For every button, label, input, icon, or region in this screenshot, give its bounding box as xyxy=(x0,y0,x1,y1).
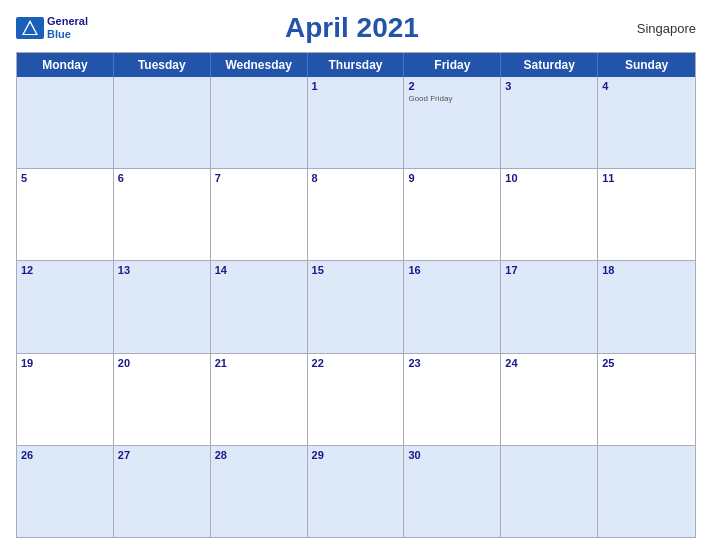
day-cell: 2Good Friday xyxy=(404,77,501,168)
day-cell: 7 xyxy=(211,169,308,260)
day-cell: 1 xyxy=(308,77,405,168)
day-cell: 28 xyxy=(211,446,308,537)
header-tuesday: Tuesday xyxy=(114,53,211,77)
calendar-page: General Blue April 2021 Singapore Monday… xyxy=(0,0,712,550)
day-number: 3 xyxy=(505,80,593,93)
day-cell xyxy=(211,77,308,168)
day-cell xyxy=(114,77,211,168)
day-number: 5 xyxy=(21,172,109,185)
day-cell: 26 xyxy=(17,446,114,537)
day-number: 2 xyxy=(408,80,496,93)
header-friday: Friday xyxy=(404,53,501,77)
day-number: 26 xyxy=(21,449,109,462)
day-number: 8 xyxy=(312,172,400,185)
holiday-label: Good Friday xyxy=(408,94,496,104)
day-cell xyxy=(501,446,598,537)
day-number: 15 xyxy=(312,264,400,277)
day-cell: 18 xyxy=(598,261,695,352)
day-cell: 21 xyxy=(211,354,308,445)
day-number: 23 xyxy=(408,357,496,370)
day-cell: 8 xyxy=(308,169,405,260)
header-sunday: Sunday xyxy=(598,53,695,77)
day-number: 16 xyxy=(408,264,496,277)
day-cell: 25 xyxy=(598,354,695,445)
day-cell: 4 xyxy=(598,77,695,168)
day-cell: 12 xyxy=(17,261,114,352)
day-number: 21 xyxy=(215,357,303,370)
day-cell: 22 xyxy=(308,354,405,445)
day-number: 12 xyxy=(21,264,109,277)
week-row-2: 567891011 xyxy=(17,168,695,260)
day-number: 9 xyxy=(408,172,496,185)
day-number: 25 xyxy=(602,357,691,370)
day-cell: 14 xyxy=(211,261,308,352)
day-cell: 10 xyxy=(501,169,598,260)
day-number: 24 xyxy=(505,357,593,370)
day-number: 29 xyxy=(312,449,400,462)
header-thursday: Thursday xyxy=(308,53,405,77)
day-cell: 15 xyxy=(308,261,405,352)
day-number: 19 xyxy=(21,357,109,370)
day-number: 13 xyxy=(118,264,206,277)
day-number: 6 xyxy=(118,172,206,185)
day-cell: 30 xyxy=(404,446,501,537)
week-row-3: 12131415161718 xyxy=(17,260,695,352)
day-number: 14 xyxy=(215,264,303,277)
day-cell: 3 xyxy=(501,77,598,168)
day-cell: 16 xyxy=(404,261,501,352)
day-number: 20 xyxy=(118,357,206,370)
day-cell: 17 xyxy=(501,261,598,352)
day-cell: 6 xyxy=(114,169,211,260)
day-number: 4 xyxy=(602,80,691,93)
logo-blue: Blue xyxy=(47,28,88,41)
day-number: 1 xyxy=(312,80,400,93)
day-number: 18 xyxy=(602,264,691,277)
day-cell: 13 xyxy=(114,261,211,352)
header: General Blue April 2021 Singapore xyxy=(16,12,696,44)
day-number: 28 xyxy=(215,449,303,462)
day-number: 27 xyxy=(118,449,206,462)
day-number: 17 xyxy=(505,264,593,277)
calendar-body: 12Good Friday345678910111213141516171819… xyxy=(17,77,695,537)
day-number: 22 xyxy=(312,357,400,370)
day-cell: 24 xyxy=(501,354,598,445)
logo: General Blue xyxy=(16,15,88,41)
day-cell: 5 xyxy=(17,169,114,260)
day-cell: 29 xyxy=(308,446,405,537)
day-cell xyxy=(17,77,114,168)
week-row-5: 2627282930 xyxy=(17,445,695,537)
country-label: Singapore xyxy=(616,21,696,36)
calendar: Monday Tuesday Wednesday Thursday Friday… xyxy=(16,52,696,538)
week-row-1: 12Good Friday34 xyxy=(17,77,695,168)
day-number: 11 xyxy=(602,172,691,185)
day-cell xyxy=(598,446,695,537)
day-headers: Monday Tuesday Wednesday Thursday Friday… xyxy=(17,53,695,77)
day-cell: 9 xyxy=(404,169,501,260)
day-number: 10 xyxy=(505,172,593,185)
day-cell: 27 xyxy=(114,446,211,537)
day-cell: 23 xyxy=(404,354,501,445)
day-cell: 11 xyxy=(598,169,695,260)
header-saturday: Saturday xyxy=(501,53,598,77)
day-number: 30 xyxy=(408,449,496,462)
day-number: 7 xyxy=(215,172,303,185)
header-monday: Monday xyxy=(17,53,114,77)
day-cell: 19 xyxy=(17,354,114,445)
logo-icon xyxy=(16,17,44,39)
day-cell: 20 xyxy=(114,354,211,445)
header-wednesday: Wednesday xyxy=(211,53,308,77)
logo-general: General xyxy=(47,15,88,28)
week-row-4: 19202122232425 xyxy=(17,353,695,445)
month-title: April 2021 xyxy=(88,12,616,44)
